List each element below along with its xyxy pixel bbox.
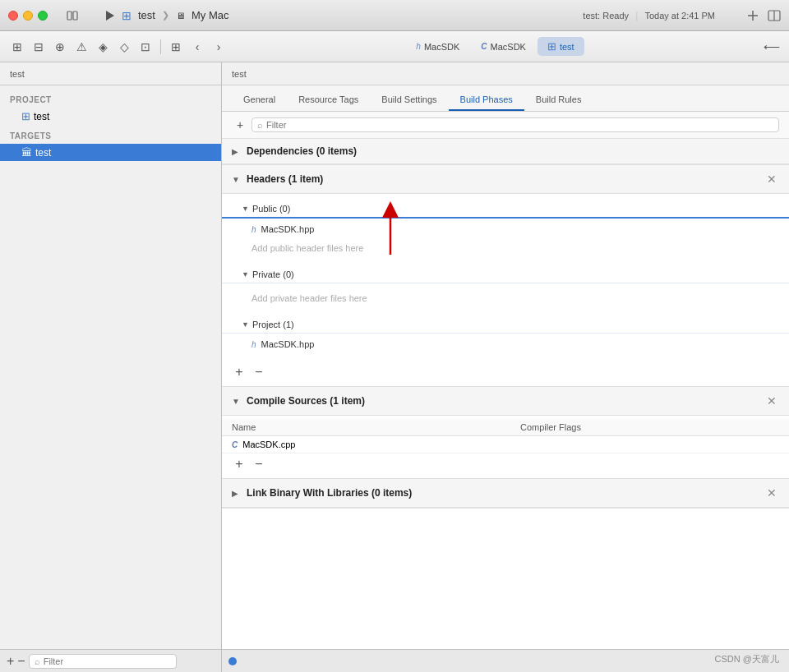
toolbar-separator: [160, 39, 161, 54]
cpp-file-icon: C: [232, 440, 238, 449]
headers-chevron-icon: ▼: [232, 175, 242, 184]
link-chevron-icon: ▶: [232, 489, 242, 498]
app-icon: ⊞: [122, 9, 132, 22]
subsection-project: ▼ Project (1) h‌ MacSDK.hpp: [222, 316, 789, 358]
play-button[interactable]: [102, 8, 117, 23]
arrow-area: h‌ MacSDK.hpp Add public header files he…: [222, 222, 789, 260]
phase-compile-sources-header[interactable]: ▼ Compile Sources (1 item) ✕: [222, 387, 789, 416]
sidebar-add-btn[interactable]: +: [7, 654, 14, 669]
tab-general[interactable]: General: [232, 90, 287, 111]
minimize-button[interactable]: [23, 11, 33, 21]
headers-remove-button[interactable]: −: [251, 365, 266, 380]
macsdk-cpp-name: MacSDK.cpp: [242, 440, 295, 449]
tab-test-target[interactable]: ⊞ test: [538, 37, 584, 56]
subsection-project-header[interactable]: ▼ Project (1): [222, 316, 789, 334]
phase-link-binary-header[interactable]: ▶ Link Binary With Libraries (0 items) ✕: [222, 479, 789, 508]
content-area: ▶ Dependencies (0 items) ▼ Headers (1 it…: [222, 139, 789, 649]
hpp-file-icon: h‌: [251, 225, 256, 234]
tab-macsdk-h[interactable]: h MacSDK: [406, 39, 469, 55]
split-view-button[interactable]: [768, 9, 781, 22]
public-chevron-icon: ▼: [242, 205, 249, 213]
subsection-public-header[interactable]: ▼ Public (0): [222, 200, 789, 219]
filter-icon: ⌕: [257, 120, 263, 130]
dependencies-chevron-icon: ▶: [232, 147, 242, 156]
right-panel: test General Resource Tags Build Setting…: [222, 62, 789, 672]
compile-close-button[interactable]: ✕: [764, 394, 779, 408]
link-title: Link Binary With Libraries (0 items): [247, 487, 412, 499]
breadcrumb-sep1: ❯: [162, 10, 169, 21]
project-chevron-icon: ▼: [242, 320, 249, 329]
tab-navigation: General Resource Tags Build Settings Bui…: [222, 85, 789, 112]
hpp-icon: h: [416, 42, 421, 51]
toolbar-grid-icon[interactable]: ⊞: [167, 38, 185, 56]
target-icon: ⊞: [547, 40, 556, 53]
sidebar-remove-btn[interactable]: −: [17, 654, 25, 669]
sidebar-breadcrumb: test: [0, 62, 221, 85]
headers-add-button[interactable]: +: [232, 365, 247, 380]
toolbar-structure-icon[interactable]: ⊞: [8, 38, 26, 56]
sidebar-breadcrumb-text: test: [10, 69, 25, 79]
public-body: h‌ MacSDK.hpp Add public header files he…: [222, 219, 789, 263]
sidebar-filter-input[interactable]: [44, 656, 171, 666]
panel-breadcrumb-text: test: [232, 69, 247, 79]
toolbar-back-icon[interactable]: ‹: [188, 38, 206, 56]
col-name: Name: [222, 419, 510, 436]
phase-dependencies-header[interactable]: ▶ Dependencies (0 items): [222, 139, 789, 164]
target-item-label: test: [35, 147, 51, 159]
add-phase-button[interactable]: +: [232, 117, 248, 133]
compile-file-name: C MacSDK.cpp: [222, 436, 510, 453]
private-body: Add private header files here: [222, 283, 789, 313]
toolbar-inspect-icon[interactable]: ⟵: [763, 38, 781, 56]
traffic-lights: [8, 11, 48, 21]
tab-build-settings[interactable]: Build Settings: [370, 90, 448, 111]
phase-headers: ▼ Headers (1 item) ✕ ▼ Public (0): [222, 165, 789, 387]
status-text: test: Ready: [583, 11, 629, 21]
subsection-private: ▼ Private (0) Add private header files h…: [222, 266, 789, 313]
toolbar-group-icon[interactable]: ⊡: [136, 38, 155, 56]
tab-build-phases[interactable]: Build Phases: [449, 90, 524, 111]
toolbar-bookmark-icon[interactable]: ◈: [94, 38, 112, 56]
headers-close-button[interactable]: ✕: [764, 172, 779, 186]
main-area: test PROJECT ⊞ test TARGETS 🏛 test + − ⌕: [0, 62, 789, 672]
add-tab-button[interactable]: [746, 9, 759, 22]
tab-macsdk-c[interactable]: C MacSDK: [471, 39, 536, 55]
tab-build-rules[interactable]: Build Rules: [524, 90, 593, 111]
sidebar-filter-box[interactable]: ⌕: [29, 654, 177, 669]
toolbar-hierarchy-icon[interactable]: ⊟: [30, 38, 48, 56]
filter-input[interactable]: [266, 120, 773, 130]
sidebar-item-project-test[interactable]: ⊞ test: [0, 108, 221, 125]
file-macsdk-hpp-public: h‌ MacSDK.hpp: [222, 222, 789, 237]
phase-dependencies: ▶ Dependencies (0 items): [222, 139, 789, 165]
filter-box[interactable]: ⌕: [251, 117, 779, 132]
sidebar-toggle-icon[interactable]: [66, 9, 79, 22]
svg-rect-0: [67, 12, 72, 20]
macsdk-hpp-name: MacSDK.hpp: [261, 224, 315, 234]
dependencies-title: Dependencies (0 items): [247, 145, 357, 157]
toolbar-shapes-icon[interactable]: ◇: [115, 38, 133, 56]
compile-add-button[interactable]: +: [232, 457, 247, 472]
compile-file-row: C MacSDK.cpp: [222, 436, 789, 453]
toolbar-forward-icon[interactable]: ›: [210, 38, 228, 56]
compile-body: Name Compiler Flags C MacSDK.cpp: [222, 416, 789, 478]
fullscreen-button[interactable]: [38, 11, 48, 21]
compile-file-flags: [510, 436, 789, 453]
panel-breadcrumb: test: [222, 62, 789, 85]
svg-rect-1: [73, 12, 77, 20]
file-tab-bar: h MacSDK C MacSDK ⊞ test: [231, 37, 759, 56]
phase-headers-header[interactable]: ▼ Headers (1 item) ✕: [222, 165, 789, 194]
tab-resource-tags[interactable]: Resource Tags: [287, 90, 370, 111]
compile-chevron-icon: ▼: [232, 397, 242, 406]
project-section-header: PROJECT: [0, 89, 221, 108]
compile-remove-button[interactable]: −: [251, 457, 266, 472]
link-close-button[interactable]: ✕: [764, 486, 779, 500]
toolbar-warning-icon[interactable]: ⚠: [72, 38, 90, 56]
public-label: Public (0): [252, 204, 290, 214]
private-placeholder: Add private header files here: [222, 287, 789, 310]
toolbar-add-icon[interactable]: ⊕: [51, 38, 69, 56]
tab-macsdk-c-label: MacSDK: [491, 42, 526, 52]
compile-title: Compile Sources (1 item): [247, 395, 365, 407]
subsection-private-header[interactable]: ▼ Private (0): [222, 266, 789, 283]
close-button[interactable]: [8, 11, 18, 21]
col-flags: Compiler Flags: [510, 419, 789, 436]
sidebar-item-target-test[interactable]: 🏛 test: [0, 144, 221, 161]
